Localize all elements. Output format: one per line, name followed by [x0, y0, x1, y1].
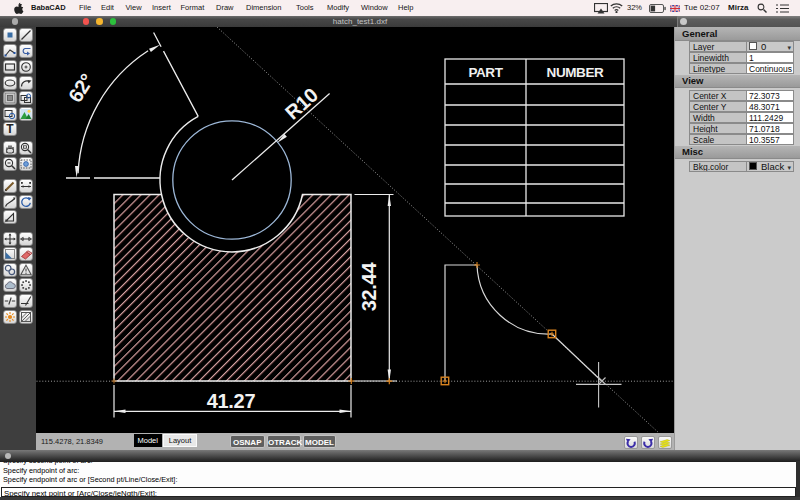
- svg-text:41.27: 41.27: [207, 390, 256, 412]
- svg-text:PART: PART: [468, 65, 503, 80]
- svg-text:T: T: [6, 123, 14, 135]
- svg-text:32.44: 32.44: [358, 262, 380, 312]
- svg-text:NUMBER: NUMBER: [547, 65, 604, 80]
